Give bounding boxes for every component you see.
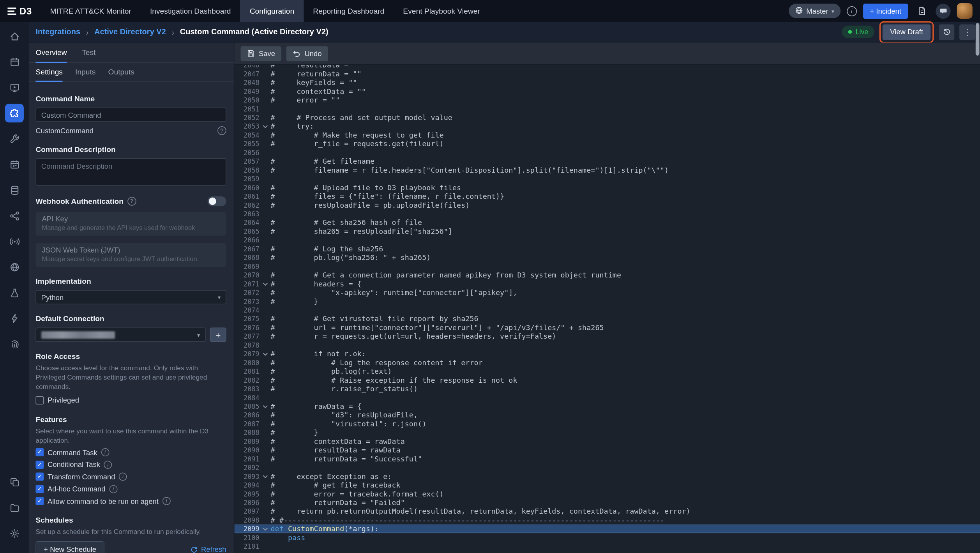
editor-line-2069[interactable]: 2069 bbox=[234, 262, 980, 270]
incident-button[interactable]: + Incident bbox=[863, 4, 908, 18]
undo-button[interactable]: Undo bbox=[286, 46, 328, 61]
editor-line-2089[interactable]: 2089# contextData = rawData bbox=[234, 437, 980, 445]
editor-line-2059[interactable]: 2059 bbox=[234, 175, 980, 183]
editor-line-2078[interactable]: 2078 bbox=[234, 341, 980, 349]
editor-line-2076[interactable]: 2076# url = runtime["connector"]["server… bbox=[234, 323, 980, 332]
breadcrumb-item-active-directory-v2[interactable]: Active Directory V2 bbox=[94, 28, 166, 36]
editor-line-2075[interactable]: 2075# # Get virustotal file report by sh… bbox=[234, 314, 980, 323]
editor-line-2050[interactable]: 2050# error = "" bbox=[234, 95, 980, 104]
editor-line-2067[interactable]: 2067# # Log the sha256 bbox=[234, 244, 980, 253]
feature-checkbox-transform-command[interactable]: ✓ bbox=[35, 473, 44, 481]
editor-line-2099[interactable]: 2099def CustomCommand(*args): bbox=[234, 525, 980, 533]
wrench-icon[interactable] bbox=[5, 129, 24, 148]
editor-line-2051[interactable]: 2051 bbox=[234, 104, 980, 113]
editor-line-2062[interactable]: 2062# resUploadFile = pb.uploadFile(file… bbox=[234, 201, 980, 209]
editor-line-2088[interactable]: 2088# } bbox=[234, 428, 980, 437]
fold-toggle-icon[interactable] bbox=[260, 350, 271, 358]
editor-line-2082[interactable]: 2082# # Raise exception if the response … bbox=[234, 376, 980, 384]
editor-line-2080[interactable]: 2080# # Log the response content if erro… bbox=[234, 358, 980, 367]
bolt-icon[interactable] bbox=[5, 309, 24, 327]
editor-line-2071[interactable]: 2071# headers = { bbox=[234, 279, 980, 288]
playbook-icon[interactable] bbox=[5, 78, 24, 97]
editor-line-2093[interactable]: 2093# except Exception as e: bbox=[234, 472, 980, 481]
schedule-icon[interactable] bbox=[5, 155, 24, 174]
fold-toggle-icon[interactable] bbox=[260, 525, 271, 533]
command-description-input[interactable] bbox=[35, 158, 226, 186]
fingerprint-icon[interactable] bbox=[5, 334, 24, 353]
editor-line-2068[interactable]: 2068# pb.log("sha256: " + sha265) bbox=[234, 253, 980, 262]
editor-line-2055[interactable]: 2055# r_file = requests.get(fileurl) bbox=[234, 140, 980, 148]
app-logo[interactable]: D3 bbox=[0, 0, 41, 22]
editor-line-2100[interactable]: 2100 pass bbox=[234, 533, 980, 542]
refresh-link[interactable]: Refresh bbox=[190, 545, 226, 553]
editor-line-2090[interactable]: 2090# resultData = rawData bbox=[234, 446, 980, 454]
nav-item-investigation-dashboard[interactable]: Investigation Dashboard bbox=[141, 0, 240, 22]
editor-line-2079[interactable]: 2079# if not r.ok: bbox=[234, 350, 980, 358]
implementation-select[interactable]: Python ▾ bbox=[35, 290, 226, 304]
fold-toggle-icon[interactable] bbox=[260, 472, 271, 481]
subtab-settings[interactable]: Settings bbox=[35, 63, 63, 82]
master-selector[interactable]: Master ▾ bbox=[789, 4, 841, 18]
chat-icon[interactable] bbox=[936, 4, 950, 18]
command-name-input[interactable] bbox=[35, 108, 226, 122]
nav-item-reporting-dashboard[interactable]: Reporting Dashboard bbox=[304, 0, 394, 22]
editor-line-2091[interactable]: 2091# returnData = "Successful" bbox=[234, 454, 980, 463]
editor-line-2070[interactable]: 2070# # Get a connection parameter named… bbox=[234, 271, 980, 279]
editor-line-2097[interactable]: 2097# return pb.returnOutputModel(result… bbox=[234, 507, 980, 516]
nav-item-configuration[interactable]: Configuration bbox=[240, 0, 304, 22]
editor-line-2095[interactable]: 2095# error = traceback.format_exc() bbox=[234, 489, 980, 498]
editor-line-2053[interactable]: 2053# try: bbox=[234, 122, 980, 131]
globe-icon[interactable] bbox=[5, 258, 24, 276]
editor-line-2047[interactable]: 2047# returnData = "" bbox=[234, 69, 980, 78]
editor-line-2065[interactable]: 2065# sha265 = resUploadFile["sha256"] bbox=[234, 227, 980, 235]
flask-icon[interactable] bbox=[5, 283, 24, 302]
new-schedule-button[interactable]: + New Schedule bbox=[35, 541, 104, 553]
tab-overview[interactable]: Overview bbox=[35, 42, 67, 63]
editor-line-2085[interactable]: 2085# rawData = { bbox=[234, 402, 980, 410]
editor-line-2058[interactable]: 2058# filename = r_file.headers["Content… bbox=[234, 166, 980, 174]
editor-line-2072[interactable]: 2072# "x-apikey": runtime["connector"]["… bbox=[234, 288, 980, 297]
document-icon[interactable] bbox=[915, 4, 929, 18]
database-icon[interactable] bbox=[5, 181, 24, 200]
history-icon[interactable] bbox=[939, 24, 954, 40]
scrollbar-thumb[interactable] bbox=[976, 23, 980, 55]
folder-icon[interactable] bbox=[5, 498, 24, 517]
avatar[interactable] bbox=[957, 3, 973, 19]
network-icon[interactable] bbox=[5, 206, 24, 225]
fold-toggle-icon[interactable] bbox=[260, 402, 271, 410]
nav-item-mitre-att-ck-monitor[interactable]: MITRE ATT&CK Monitor bbox=[41, 0, 141, 22]
editor-line-2054[interactable]: 2054# # Make the request to get file bbox=[234, 131, 980, 139]
editor-line-2098[interactable]: 2098# #---------------------------------… bbox=[234, 516, 980, 524]
page-scrollbar[interactable] bbox=[976, 23, 980, 551]
question-icon[interactable]: ? bbox=[217, 126, 226, 135]
privileged-checkbox[interactable] bbox=[35, 396, 44, 405]
info-icon[interactable]: i bbox=[104, 461, 112, 469]
editor-line-2057[interactable]: 2057# # Get filename bbox=[234, 157, 980, 166]
editor-line-2064[interactable]: 2064# # Get sha256 hash of file bbox=[234, 218, 980, 227]
add-connection-button[interactable]: + bbox=[210, 327, 226, 342]
info-icon[interactable]: i bbox=[119, 473, 127, 481]
info-icon[interactable]: i bbox=[101, 448, 109, 456]
question-icon[interactable]: ? bbox=[127, 197, 136, 205]
subtab-outputs[interactable]: Outputs bbox=[108, 63, 134, 82]
calendar-icon[interactable] bbox=[5, 53, 24, 71]
editor-line-2073[interactable]: 2073# } bbox=[234, 297, 980, 306]
code-area[interactable]: 2046# resultData = ""2047# returnData = … bbox=[234, 65, 980, 553]
editor-line-2081[interactable]: 2081# pb.log(r.text) bbox=[234, 367, 980, 376]
breadcrumb-item-integrations[interactable]: Integrations bbox=[35, 28, 80, 36]
editor-line-2086[interactable]: 2086# "d3": resUploadFile, bbox=[234, 411, 980, 419]
view-draft-button[interactable]: View Draft bbox=[883, 24, 931, 40]
tab-test[interactable]: Test bbox=[82, 42, 95, 63]
editor-line-2049[interactable]: 2049# contextData = "" bbox=[234, 87, 980, 95]
feature-checkbox-conditional-task[interactable]: ✓ bbox=[35, 461, 44, 469]
editor-line-2060[interactable]: 2060# # Upload file to D3 playbook files bbox=[234, 183, 980, 192]
broadcast-icon[interactable] bbox=[5, 232, 24, 251]
gear-icon[interactable] bbox=[5, 524, 24, 542]
editor-line-2101[interactable]: 2101 bbox=[234, 542, 980, 551]
feature-checkbox-command-task[interactable]: ✓ bbox=[35, 448, 44, 456]
subtab-inputs[interactable]: Inputs bbox=[75, 63, 95, 82]
info-icon[interactable]: i bbox=[109, 485, 117, 493]
editor-line-2048[interactable]: 2048# keyFields = "" bbox=[234, 78, 980, 87]
editor-line-2077[interactable]: 2077# r = requests.get(url=url, headers=… bbox=[234, 332, 980, 341]
editor-line-2052[interactable]: 2052# # Process and set output model val… bbox=[234, 113, 980, 122]
